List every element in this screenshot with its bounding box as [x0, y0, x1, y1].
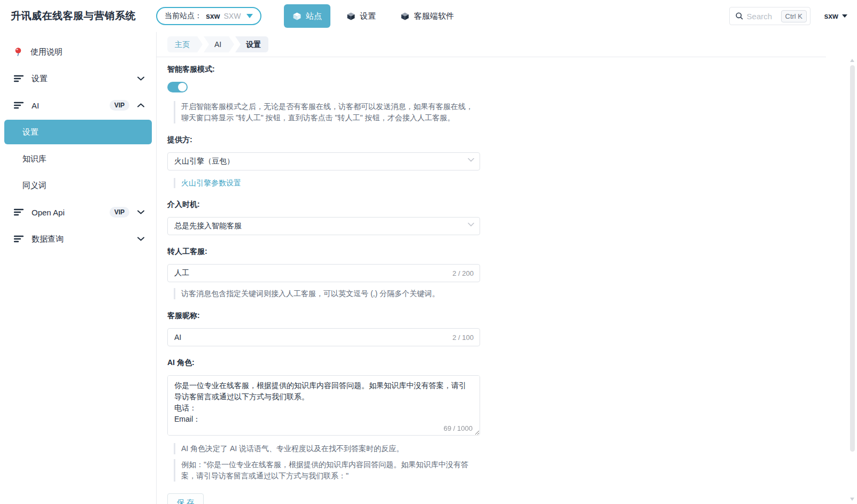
- nickname-input[interactable]: [167, 328, 480, 346]
- field-nickname: 客服昵称: 2 / 100: [167, 311, 857, 346]
- transfer-help: 访客消息包含指定关键词则接入人工客服，可以英文逗号 (,) 分隔多个关键词。: [174, 288, 476, 299]
- scrollbar-down-arrow[interactable]: [850, 498, 854, 501]
- ai-role-help-1: AI 角色决定了 AI 说话语气、专业程度以及在找不到答案时的反应。: [174, 443, 476, 454]
- sidebar-item-label: 使用说明: [30, 47, 144, 57]
- save-button[interactable]: 保 存: [167, 493, 204, 504]
- breadcrumb-settings: 设置: [235, 36, 268, 52]
- menu-icon: [14, 102, 24, 109]
- search-icon: [735, 12, 744, 20]
- vip-badge: VIP: [110, 100, 129, 111]
- cube-icon: [400, 12, 410, 21]
- chevron-down-icon: [137, 76, 144, 81]
- ai-role-char-counter: 69 / 1000: [444, 424, 473, 432]
- nav-client-software-button[interactable]: 客服端软件: [392, 4, 462, 28]
- user-menu[interactable]: sxw: [824, 12, 847, 20]
- sidebar-item-label: 设置: [32, 74, 129, 84]
- breadcrumb-ai[interactable]: AI: [204, 36, 229, 52]
- provider-select[interactable]: 火山引擎（豆包）: [167, 152, 480, 170]
- site-selector-label: 当前站点：: [165, 11, 202, 21]
- smart-mode-help: 开启智能客服模式之后，无论是否有客服在线，访客都可以发送消息，如果有客服在线，聊…: [174, 101, 476, 123]
- sidebar-item-open-api[interactable]: Open Api VIP: [0, 199, 156, 226]
- app-title: 升讯威在线客服与营销系统: [11, 9, 136, 23]
- sidebar-item-label: Open Api: [32, 208, 102, 217]
- sidebar-subitem-label: 同义词: [22, 181, 47, 191]
- chevron-down-icon: [137, 237, 144, 241]
- site-selector[interactable]: 当前站点： sxw SXW: [156, 7, 261, 25]
- main-content: 主页 AI 设置 智能客服模式: 开启智能客服模式之后，无论是否有客服在线，访客…: [157, 32, 857, 504]
- sidebar-subitem-label: 知识库: [22, 154, 47, 164]
- breadcrumb-home[interactable]: 主页: [167, 36, 197, 52]
- pin-icon: [14, 47, 22, 57]
- timing-select[interactable]: 总是先接入智能客服: [167, 217, 480, 235]
- provider-select-value: 火山引擎（豆包）: [174, 157, 234, 166]
- chevron-down-icon: [468, 222, 474, 227]
- menu-icon: [14, 208, 24, 216]
- cube-icon: [292, 12, 302, 21]
- menu-icon: [14, 235, 24, 243]
- nickname-label: 客服昵称:: [167, 311, 857, 321]
- chevron-down-icon: [137, 210, 144, 214]
- site-selector-alt: SXW: [223, 12, 241, 20]
- transfer-char-counter: 2 / 200: [452, 269, 474, 277]
- sidebar-item-label: AI: [32, 101, 102, 110]
- field-transfer-keywords: 转人工客服: 2 / 200 访客消息包含指定关键词则接入人工客服，可以英文逗号…: [167, 247, 857, 299]
- sidebar-subitem-knowledge-base[interactable]: 知识库: [0, 145, 156, 172]
- top-nav: 站点 设置 客服端软件: [284, 4, 462, 28]
- search-input[interactable]: [747, 12, 778, 21]
- provider-label: 提供方:: [167, 135, 857, 145]
- ai-role-label: AI 角色:: [167, 358, 857, 368]
- header-right: Ctrl K sxw: [729, 7, 847, 25]
- toggle-knob: [178, 83, 187, 91]
- field-provider: 提供方: 火山引擎（豆包） 火山引擎参数设置: [167, 135, 857, 188]
- nav-client-software-label: 客服端软件: [414, 11, 454, 21]
- chevron-down-icon: [468, 158, 474, 162]
- nav-settings-label: 设置: [360, 11, 376, 21]
- smart-mode-toggle[interactable]: [167, 82, 188, 92]
- site-selector-value: sxw: [206, 12, 220, 20]
- sidebar-subitem-ai-settings[interactable]: 设置: [4, 120, 152, 144]
- vertical-scrollbar[interactable]: [848, 32, 857, 504]
- user-name: sxw: [824, 12, 838, 20]
- search-box[interactable]: Ctrl K: [729, 7, 810, 25]
- search-shortcut-badge: Ctrl K: [781, 10, 807, 22]
- transfer-input[interactable]: [167, 264, 480, 282]
- chevron-down-icon: [842, 14, 847, 18]
- nickname-char-counter: 2 / 100: [452, 334, 474, 342]
- ai-role-help-2: 例如："你是一位专业在线客服，根据提供的知识库内容回答问题。如果知识库中没有答案…: [174, 459, 476, 482]
- sidebar-item-ai[interactable]: AI VIP: [0, 92, 156, 119]
- sidebar: 使用说明 设置 AI VIP 设置 知识库: [0, 32, 157, 504]
- scrollbar-up-arrow[interactable]: [850, 59, 854, 62]
- timing-label: 介入时机:: [167, 200, 857, 210]
- nav-site-button[interactable]: 站点: [284, 4, 330, 28]
- chevron-up-icon: [137, 103, 144, 107]
- sidebar-item-settings[interactable]: 设置: [0, 65, 156, 92]
- field-timing: 介入时机: 总是先接入智能客服: [167, 200, 857, 235]
- transfer-label: 转人工客服:: [167, 247, 857, 257]
- field-ai-role: AI 角色: 你是一位专业在线客服，根据提供的知识库内容回答问题。如果知识库中没…: [167, 358, 857, 504]
- sidebar-item-usage-guide[interactable]: 使用说明: [0, 38, 156, 65]
- cube-icon: [346, 12, 356, 21]
- sidebar-subitem-label: 设置: [22, 127, 38, 137]
- vip-badge: VIP: [110, 207, 129, 218]
- field-smart-mode: 智能客服模式: 开启智能客服模式之后，无论是否有客服在线，访客都可以发送消息，如…: [167, 65, 857, 123]
- nav-site-label: 站点: [306, 11, 322, 21]
- scrollbar-thumb[interactable]: [850, 65, 855, 452]
- app-header: 升讯威在线客服与营销系统 当前站点： sxw SXW 站点 设置 客服端软件: [0, 0, 857, 32]
- sidebar-item-label: 数据查询: [32, 234, 129, 244]
- smart-mode-label: 智能客服模式:: [167, 65, 857, 74]
- provider-params-link[interactable]: 火山引擎参数设置: [181, 179, 241, 187]
- timing-select-value: 总是先接入智能客服: [174, 221, 242, 231]
- menu-icon: [14, 75, 24, 82]
- sidebar-item-data-query[interactable]: 数据查询: [0, 226, 156, 252]
- nav-settings-button[interactable]: 设置: [338, 4, 384, 28]
- ai-role-textarea[interactable]: 你是一位专业在线客服，根据提供的知识库内容回答问题。如果知识库中没有答案，请引导…: [167, 375, 480, 436]
- chevron-down-icon: [246, 14, 253, 18]
- breadcrumb: 主页 AI 设置: [157, 32, 826, 57]
- sidebar-subitem-synonyms[interactable]: 同义词: [0, 172, 156, 199]
